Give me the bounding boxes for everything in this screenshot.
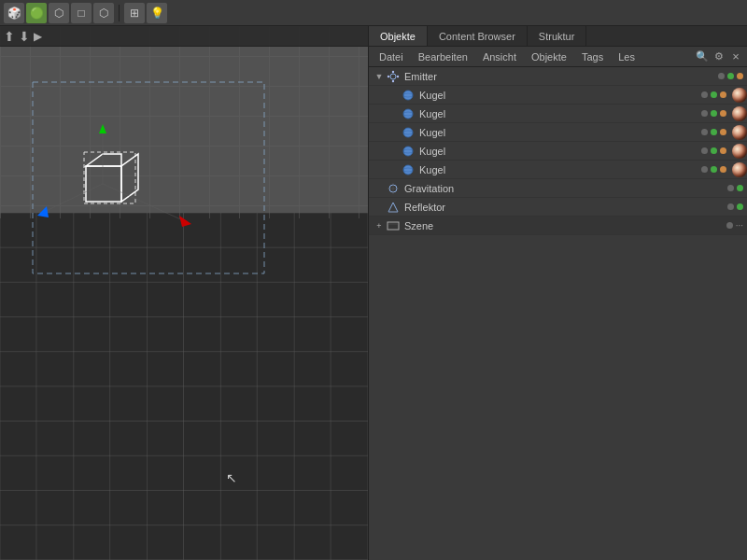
expander-kugel3 <box>388 126 401 139</box>
icon-grid[interactable]: 🎲 <box>4 3 24 23</box>
expander-kugel1 <box>388 89 401 102</box>
emitter-status-dots <box>718 73 743 79</box>
svg-rect-22 <box>84 152 135 203</box>
icon-chain[interactable]: ⊞ <box>124 3 145 23</box>
svg-marker-31 <box>37 206 49 217</box>
kugel4-label: Kugel <box>419 146 701 157</box>
object-row-kugel3[interactable]: Kugel <box>369 123 747 142</box>
tab-bar: Objekte Content Browser Struktur <box>369 26 747 47</box>
object-row-kugel1[interactable]: Kugel <box>369 86 747 105</box>
gravitation-dots <box>727 185 743 191</box>
tab-content-browser[interactable]: Content Browser <box>428 26 528 46</box>
kugel1-dots <box>701 91 726 98</box>
svg-point-40 <box>403 109 413 119</box>
kugel2-label: Kugel <box>419 108 701 119</box>
tab-struktur[interactable]: Struktur <box>528 26 587 46</box>
kugel1-thumb <box>732 88 747 103</box>
svg-point-35 <box>392 79 394 81</box>
close-icon[interactable]: × <box>728 49 743 64</box>
viewport-3d[interactable]: line{stroke:#606060;stroke-width:0.6;opa… <box>0 26 369 560</box>
svg-marker-24 <box>86 154 121 166</box>
svg-point-34 <box>392 70 394 72</box>
object-row-reflektor[interactable]: Reflektor <box>369 198 747 217</box>
svg-line-28 <box>103 184 187 222</box>
vp-nav-arrows[interactable]: ⬆ <box>4 29 15 44</box>
expander-kugel4 <box>388 145 401 158</box>
main-area: line{stroke:#606060;stroke-width:0.6;opa… <box>0 26 747 560</box>
object-row-szene[interactable]: + Szene ··· <box>369 217 747 235</box>
object-row-gravitation[interactable]: Gravitation <box>369 179 747 198</box>
expander-gravitation <box>373 182 386 195</box>
top-toolbar: 🎲 🟢 ⬡ □ ⬡ ⊞ 💡 <box>0 0 747 26</box>
kugel5-label: Kugel <box>419 164 701 175</box>
icon-box[interactable]: □ <box>71 3 92 23</box>
menu-tags[interactable]: Tags <box>575 49 610 64</box>
icon-poly[interactable]: ⬡ <box>49 3 69 23</box>
svg-line-30 <box>42 184 103 213</box>
object-row-kugel4[interactable]: Kugel <box>369 142 747 161</box>
kugel4-thumb <box>732 144 747 159</box>
svg-point-46 <box>403 165 413 175</box>
menu-ansicht[interactable]: Ansicht <box>476 49 523 64</box>
emitter-label: Emitter <box>404 71 718 82</box>
expander-kugel5 <box>388 163 401 176</box>
menu-datei[interactable]: Datei <box>373 49 410 64</box>
scene-3d-objects <box>28 77 271 283</box>
svg-point-37 <box>397 75 399 77</box>
kugel2-dots <box>701 110 726 117</box>
kugel3-label: Kugel <box>419 127 701 138</box>
svg-point-38 <box>403 91 413 100</box>
kugel1-icon <box>401 88 416 103</box>
svg-marker-51 <box>388 203 398 212</box>
expander-emitter[interactable]: ▼ <box>373 70 386 83</box>
separator <box>119 5 120 21</box>
menu-bearbeiten[interactable]: Bearbeiten <box>412 49 474 64</box>
search-icon[interactable]: 🔍 <box>695 49 710 64</box>
vp-nav-right[interactable]: ▶ <box>34 30 42 43</box>
szene-dots: ··· <box>726 220 743 231</box>
settings-icon[interactable]: ⚙ <box>712 49 726 64</box>
szene-label: Szene <box>404 220 726 231</box>
svg-point-33 <box>390 74 396 79</box>
right-panel: Objekte Content Browser Struktur Datei B… <box>369 26 747 560</box>
svg-point-42 <box>403 128 413 137</box>
object-row-emitter[interactable]: ▼ Emitter <box>369 67 747 86</box>
kugel5-icon <box>401 162 416 177</box>
szene-icon <box>386 218 401 233</box>
menu-les[interactable]: Les <box>612 49 641 64</box>
kugel5-thumb <box>732 162 747 177</box>
svg-rect-32 <box>33 82 264 273</box>
menu-objekte[interactable]: Objekte <box>525 49 573 64</box>
kugel3-dots <box>701 129 726 135</box>
expander-kugel2 <box>388 107 401 120</box>
svg-marker-29 <box>179 216 191 227</box>
icon-sphere[interactable]: 🟢 <box>26 3 47 23</box>
reflektor-dots <box>727 203 743 210</box>
object-row-kugel5[interactable]: Kugel <box>369 161 747 179</box>
svg-marker-27 <box>99 124 106 133</box>
kugel3-icon <box>401 125 416 140</box>
expander-reflektor <box>373 201 386 214</box>
viewport-toolbar: ⬆ ⬇ ▶ <box>0 26 368 47</box>
vp-nav-down[interactable]: ⬇ <box>19 29 30 44</box>
kugel3-thumb <box>732 125 747 140</box>
kugel2-thumb <box>732 106 747 121</box>
object-list: ▼ Emitter <box>369 67 747 560</box>
reflektor-label: Reflektor <box>404 202 727 213</box>
svg-point-44 <box>403 147 413 156</box>
emitter-icon <box>386 69 401 84</box>
object-row-kugel2[interactable]: Kugel <box>369 105 747 123</box>
reflektor-icon <box>386 200 401 215</box>
svg-rect-53 <box>388 222 399 230</box>
gravitation-icon <box>386 181 401 196</box>
tab-objekte[interactable]: Objekte <box>369 26 428 46</box>
kugel1-label: Kugel <box>419 90 701 101</box>
kugel2-icon <box>401 106 416 121</box>
icon-light[interactable]: 💡 <box>147 3 167 23</box>
expander-szene[interactable]: + <box>373 219 386 232</box>
menu-icon-group: 🔍 ⚙ × <box>695 49 743 64</box>
kugel5-dots <box>701 166 726 173</box>
svg-point-36 <box>388 75 389 77</box>
menu-bar: Datei Bearbeiten Ansicht Objekte Tags Le… <box>369 47 747 67</box>
icon-hex[interactable]: ⬡ <box>93 3 114 23</box>
